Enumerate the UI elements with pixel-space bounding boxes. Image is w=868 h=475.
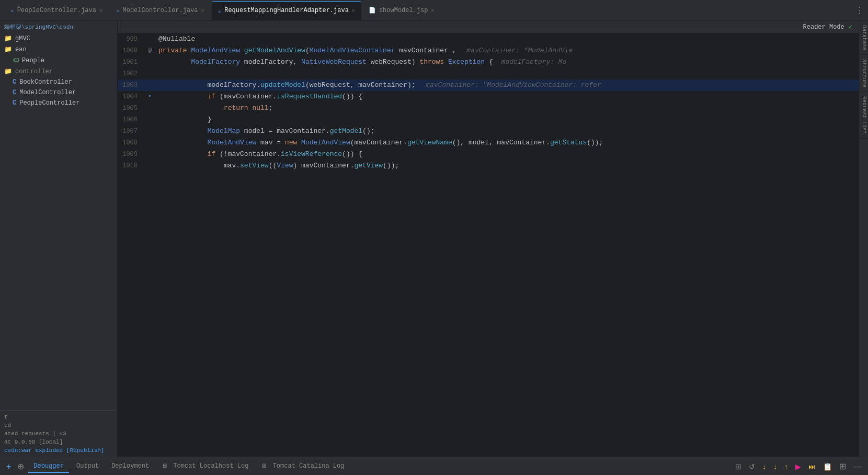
bottom-toolbar-right: ⊞ ↺ ↓ ↓ ↑ ▶ ⏭ 📋 ⊞ — xyxy=(733,460,864,472)
tab-show-model[interactable]: 📄 showModel.jsp ✕ xyxy=(362,1,441,20)
class-icon: C xyxy=(13,89,16,96)
sidebar-item-model-controller[interactable]: C ModelController xyxy=(0,87,117,98)
tab-label: RequestMappingHandlerAdapter.java xyxy=(224,7,349,14)
layout-btn[interactable]: ⊞ xyxy=(733,461,744,472)
code-line-1001: 1001 ModelFactory modelFactory, NativeWe… xyxy=(118,56,859,68)
sidebar-item-people[interactable]: 🏷 People xyxy=(0,55,117,66)
step-into-btn[interactable]: ↓ xyxy=(771,461,779,472)
output-tab[interactable]: Output xyxy=(71,460,104,473)
folder-icon: 📁 xyxy=(4,67,12,75)
server-label-t: t xyxy=(4,413,113,421)
step-out-btn[interactable]: ↑ xyxy=(782,461,790,472)
tab-bar-right: ⋮ xyxy=(855,5,864,16)
code-editor[interactable]: 999 @Nullable 1000 @ private ModelAndVie… xyxy=(118,33,859,457)
database-label[interactable]: Database xyxy=(859,21,868,55)
tab-close[interactable]: ✕ xyxy=(99,7,102,14)
debugger-tab[interactable]: Debugger xyxy=(28,460,69,473)
folder-icon: 📁 xyxy=(4,46,12,53)
server-label-requests: ated-requests | #3 xyxy=(4,429,113,438)
code-line-999: 999 @Nullable xyxy=(118,33,859,45)
debug-options-btn[interactable]: 📋 xyxy=(821,461,834,472)
run-to-cursor-btn[interactable]: ▶ xyxy=(793,461,803,472)
sidebar-item-gmvc[interactable]: 📁 gMVC xyxy=(0,33,117,44)
bottom-panel: + ⊕ Debugger Output Deployment 🖥 Tomcat … xyxy=(0,457,868,475)
class-icon: C xyxy=(13,78,16,86)
code-line-1008: 1008 ModelAndView mav = new ModelAndView… xyxy=(118,137,859,149)
bottom-toolbar: + ⊕ Debugger Output Deployment 🖥 Tomcat … xyxy=(0,457,868,475)
tab-close[interactable]: ✕ xyxy=(431,7,435,14)
tomcat-localhost-label: Tomcat Localhost Log xyxy=(173,462,248,470)
folder-icon: 📁 xyxy=(4,35,12,42)
tab-model-controller[interactable]: ☕ ModelController.java ✕ xyxy=(110,1,211,20)
tab-people-controller[interactable]: ☕ PeopleController.java ✕ xyxy=(4,1,109,20)
minimize-btn[interactable]: — xyxy=(851,461,864,472)
main-layout: 端框架\springMVC\csdn 📁 gMVC 📁 ean 🏷 People… xyxy=(0,21,868,457)
sidebar-item-book-controller[interactable]: C BookController xyxy=(0,77,117,87)
more-button[interactable]: ⊕ xyxy=(15,460,26,472)
code-line-1010: 1010 mav.setView((View) mavContainer.get… xyxy=(118,160,859,172)
server-label-version: at 9.0.58 [local] xyxy=(4,438,113,446)
request-list-label[interactable]: Request List xyxy=(859,92,868,139)
republish-link[interactable]: csdn:war exploded [Republish] xyxy=(4,446,113,455)
reader-mode-check-icon[interactable]: ✓ xyxy=(849,23,852,31)
sidebar-item-controller[interactable]: 📁 controller xyxy=(0,66,117,77)
bean-icon: 🏷 xyxy=(13,56,19,64)
deployment-label: Deployment xyxy=(111,462,149,470)
output-label: Output xyxy=(76,462,99,470)
reader-mode-label: Reader Mode xyxy=(803,24,844,31)
restore-btn[interactable]: ↺ xyxy=(747,461,757,472)
tab-label: PeopleController.java xyxy=(17,7,96,14)
editor-container: Reader Mode ✓ 999 @Nullable 1000 @ priva… xyxy=(118,21,859,457)
tab-close[interactable]: ✕ xyxy=(352,7,355,14)
code-line-1006: 1006 } xyxy=(118,114,859,126)
deployment-tab[interactable]: Deployment xyxy=(106,460,154,473)
sidebar-path: 端框架\springMVC\csdn xyxy=(0,21,117,33)
structure-label[interactable]: Structure xyxy=(859,55,868,92)
reader-mode-bar: Reader Mode ✓ xyxy=(118,21,859,33)
code-line-1003: 1003 modelFactory.updateModel(webRequest… xyxy=(118,80,859,91)
sidebar-item-ean[interactable]: 📁 ean xyxy=(0,44,117,55)
step-over-btn[interactable]: ↓ xyxy=(760,461,768,472)
tomcat-catalina-label: Tomcat Catalina Log xyxy=(273,462,345,470)
tab-label: showModel.jsp xyxy=(379,7,428,14)
tab-label: ModelController.java xyxy=(123,7,198,14)
java-icon: ☕ xyxy=(218,7,222,14)
debugger-label: Debugger xyxy=(33,462,64,470)
code-line-1007: 1007 ModelMap model = mavContainer.getMo… xyxy=(118,126,859,137)
server-label-ed: ed xyxy=(4,421,113,429)
tab-request-mapping[interactable]: ☕ RequestMappingHandlerAdapter.java ✕ xyxy=(212,1,361,20)
jsp-icon: 📄 xyxy=(369,7,376,14)
tab-close[interactable]: ✕ xyxy=(201,7,204,14)
more-tabs-icon[interactable]: ⋮ xyxy=(855,5,864,16)
close-bottom-btn[interactable]: ⊞ xyxy=(837,460,848,472)
code-line-1004: 1004 ➤ if (mavContainer.isRequestHandled… xyxy=(118,91,859,103)
tab-bar: ☕ PeopleController.java ✕ ☕ ModelControl… xyxy=(0,0,868,21)
class-icon: C xyxy=(13,99,16,107)
project-sidebar: 端框架\springMVC\csdn 📁 gMVC 📁 ean 🏷 People… xyxy=(0,21,118,457)
code-line-1002: 1002 xyxy=(118,68,859,80)
code-line-1000: 1000 @ private ModelAndView getModelAndV… xyxy=(118,45,859,56)
code-line-1009: 1009 if (!mavContainer.isViewReference()… xyxy=(118,149,859,160)
right-sidebar: Database Structure Request List xyxy=(859,21,868,457)
tomcat-catalina-tab[interactable]: 🖥 Tomcat Catalina Log xyxy=(256,460,349,473)
evaluate-btn[interactable]: ⏭ xyxy=(806,461,818,472)
add-button[interactable]: + xyxy=(4,461,13,472)
code-line-1005: 1005 return null; xyxy=(118,103,859,114)
sidebar-item-people-controller[interactable]: C PeopleController xyxy=(0,98,117,108)
java-icon: ☕ xyxy=(10,7,14,14)
java-icon: ☕ xyxy=(116,7,120,14)
tomcat-localhost-tab[interactable]: 🖥 Tomcat Localhost Log xyxy=(156,460,254,473)
